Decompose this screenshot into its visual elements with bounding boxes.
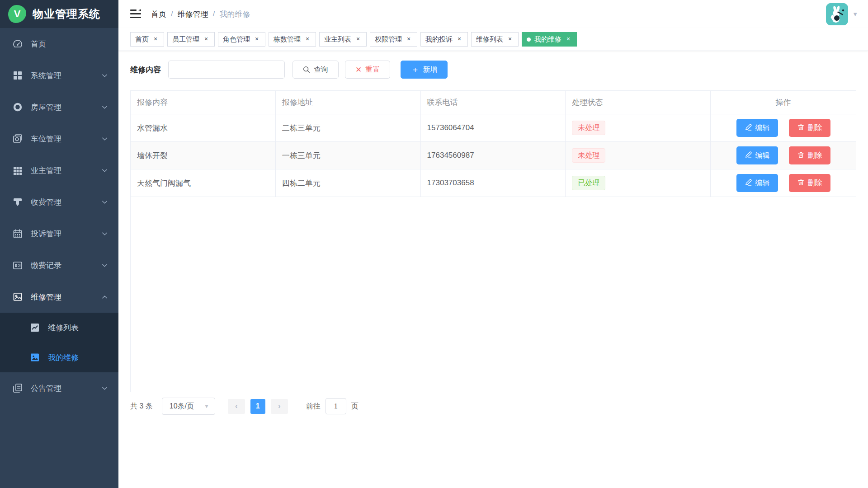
sidebar-item-parking[interactable]: 车位管理 xyxy=(0,123,118,155)
table-row: 天然气门阀漏气四栋二单元17303703658已处理编辑删除 xyxy=(131,169,856,197)
prev-page-button[interactable]: ‹ xyxy=(228,399,245,414)
chevron-down-icon xyxy=(101,230,108,237)
cell-actions: 编辑删除 xyxy=(711,169,856,197)
close-icon[interactable]: × xyxy=(253,36,260,43)
tab-my-repair[interactable]: 我的维修× xyxy=(522,32,577,47)
breadcrumb-repair[interactable]: 维修管理 xyxy=(178,9,208,19)
edit-icon xyxy=(745,178,752,188)
goto-page-input[interactable] xyxy=(326,398,346,414)
reset-button[interactable]: ✕ 重置 xyxy=(345,61,390,79)
document-copy-icon xyxy=(12,382,24,394)
close-icon[interactable]: × xyxy=(203,36,210,43)
sidebar-item-house[interactable]: 房屋管理 xyxy=(0,91,118,123)
close-icon[interactable]: × xyxy=(405,36,412,43)
add-button[interactable]: ＋ 新增 xyxy=(401,61,448,79)
tab-permission[interactable]: 权限管理× xyxy=(370,32,417,47)
delete-button[interactable]: 删除 xyxy=(789,119,830,137)
tab-owner-list[interactable]: 业主列表× xyxy=(319,32,367,47)
app-root: V 物业管理系统 首页系统管理房屋管理车位管理业主管理收费管理投诉管理缴费记录维… xyxy=(0,0,868,488)
sidebar-item-owner[interactable]: 业主管理 xyxy=(0,155,118,186)
query-button[interactable]: 查询 xyxy=(292,61,339,79)
sidebar-item-label: 公告管理 xyxy=(31,383,101,394)
page-size-value: 10条/页 xyxy=(170,402,194,411)
tab-home[interactable]: 首页× xyxy=(130,32,164,47)
breadcrumb-home[interactable]: 首页 xyxy=(151,9,166,19)
tab-label: 我的投诉 xyxy=(425,35,453,44)
status-badge: 已处理 xyxy=(572,176,605,190)
tab-label: 业主列表 xyxy=(324,35,351,44)
reset-button-label: 重置 xyxy=(365,65,380,75)
edit-button[interactable]: 编辑 xyxy=(736,174,778,192)
close-icon[interactable]: × xyxy=(152,36,159,43)
delete-button-label: 删除 xyxy=(808,123,822,133)
col-header-address: 报修地址 xyxy=(276,91,421,114)
sidebar-item-my-repair[interactable]: 我的维修 xyxy=(0,343,118,372)
sidebar-item-label: 缴费记录 xyxy=(31,260,101,271)
close-icon[interactable]: × xyxy=(456,36,463,43)
edit-button[interactable]: 编辑 xyxy=(736,146,778,164)
close-icon[interactable]: × xyxy=(506,36,514,43)
delete-button[interactable]: 删除 xyxy=(789,174,830,192)
sidebar-item-system[interactable]: 系统管理 xyxy=(0,60,118,91)
funnel-icon xyxy=(12,196,24,208)
close-icon[interactable]: × xyxy=(354,36,362,43)
sidebar-item-label: 收费管理 xyxy=(31,197,101,207)
cell-status: 未处理 xyxy=(566,142,711,169)
tab-staff[interactable]: 员工管理× xyxy=(167,32,215,47)
tab-role[interactable]: 角色管理× xyxy=(218,32,265,47)
picture-icon xyxy=(29,352,41,363)
chevron-down-icon: ▼ xyxy=(204,403,209,409)
cell-phone: 17634560987 xyxy=(421,142,566,169)
sidebar-item-fees[interactable]: 收费管理 xyxy=(0,186,118,218)
sidebar-item-repair-list[interactable]: 维修列表 xyxy=(0,313,118,343)
close-icon[interactable]: × xyxy=(565,36,572,43)
search-toolbar: 维修内容 查询 ✕ 重置 ＋ 新增 xyxy=(130,61,856,79)
plus-icon: ＋ xyxy=(411,66,419,74)
trash-icon xyxy=(797,123,805,133)
delete-button[interactable]: 删除 xyxy=(789,146,830,164)
sidebar-item-label: 业主管理 xyxy=(31,165,101,176)
cell-content: 墙体开裂 xyxy=(131,142,276,169)
search-label: 维修内容 xyxy=(130,65,161,75)
tab-repair-list[interactable]: 维修列表× xyxy=(471,32,519,47)
next-page-button[interactable]: › xyxy=(271,399,288,414)
delete-button-label: 删除 xyxy=(808,178,822,188)
edit-icon xyxy=(745,151,752,160)
breadcrumb-separator: / xyxy=(213,9,215,19)
caret-down-icon[interactable]: ▼ xyxy=(852,11,858,18)
page-suffix-label: 页 xyxy=(351,402,359,411)
table-row: 墙体开裂一栋三单元17634560987未处理编辑删除 xyxy=(131,142,856,169)
sidebar-item-home[interactable]: 首页 xyxy=(0,28,118,60)
close-icon[interactable]: × xyxy=(304,36,311,43)
edit-button[interactable]: 编辑 xyxy=(736,119,778,137)
query-button-label: 查询 xyxy=(314,65,328,75)
tab-label: 角色管理 xyxy=(223,35,250,44)
tab-building[interactable]: 栋数管理× xyxy=(269,32,316,47)
cell-content: 天然气门阀漏气 xyxy=(131,169,276,197)
breadcrumb-separator: / xyxy=(171,9,173,19)
tab-label: 员工管理 xyxy=(172,35,199,44)
sidebar-item-label: 维修列表 xyxy=(48,323,108,333)
cell-phone: 15736064704 xyxy=(421,114,566,141)
page-size-select[interactable]: 10条/页 ▼ xyxy=(162,398,215,415)
sidebar-toggle-icon[interactable] xyxy=(130,9,142,19)
chevron-down-icon xyxy=(101,103,108,111)
tab-label: 权限管理 xyxy=(375,35,402,44)
sidebar-item-payment[interactable]: 缴费记录 xyxy=(0,249,118,281)
tab-my-complaint[interactable]: 我的投诉× xyxy=(420,32,468,47)
search-input[interactable] xyxy=(168,61,285,79)
trash-icon xyxy=(797,151,805,160)
sidebar-item-complaint[interactable]: 投诉管理 xyxy=(0,218,118,249)
breadcrumb-current: 我的维修 xyxy=(219,9,250,19)
repair-table: 报修内容 报修地址 联系电话 处理状态 操作 水管漏水二栋三单元15736064… xyxy=(130,90,856,392)
user-menu[interactable]: ▼ xyxy=(826,3,858,25)
sidebar-item-repair[interactable]: 维修管理 xyxy=(0,281,118,313)
page-number-1[interactable]: 1 xyxy=(250,399,265,414)
cell-status: 已处理 xyxy=(566,169,711,197)
col-header-status: 处理状态 xyxy=(566,91,711,114)
avatar[interactable] xyxy=(826,3,848,25)
cell-content: 水管漏水 xyxy=(131,114,276,141)
sidebar-item-notice[interactable]: 公告管理 xyxy=(0,372,118,404)
chevron-up-icon xyxy=(101,293,108,300)
sidebar-menu: 首页系统管理房屋管理车位管理业主管理收费管理投诉管理缴费记录维修管理维修列表我的… xyxy=(0,28,118,488)
